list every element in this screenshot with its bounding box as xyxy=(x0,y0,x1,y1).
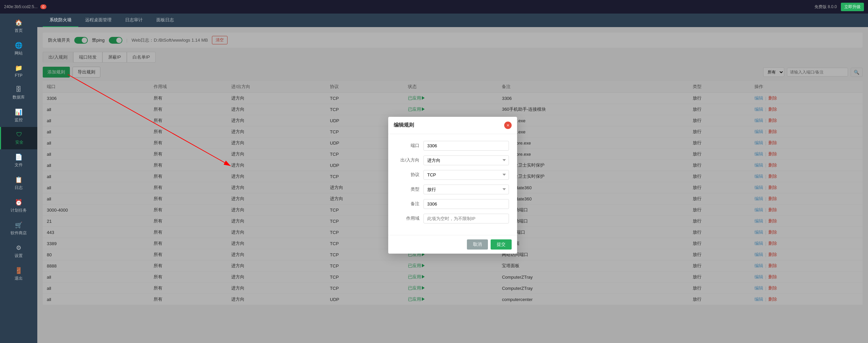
log-icon: 📋 xyxy=(15,176,22,184)
port-label: 端口 xyxy=(396,143,423,149)
protocol-select[interactable]: TCP UDP TCP/UDP xyxy=(423,170,509,180)
top-bar: 240e:3b5:ccd2:5... 0 免费版 8.0.0 立即升级 xyxy=(0,0,868,14)
tab-audit[interactable]: 日志审计 xyxy=(118,14,150,27)
modal-header: 编辑规则 × xyxy=(388,117,517,134)
top-bar-left: 240e:3b5:ccd2:5... 0 xyxy=(4,4,46,9)
version-label: 免费版 8.0.0 xyxy=(814,4,837,10)
database-icon: 🗄 xyxy=(16,86,22,93)
modal-title: 编辑规则 xyxy=(394,122,414,128)
sidebar-item-monitor[interactable]: 📊 监控 xyxy=(0,104,37,127)
content-area: 系统防火墙 远程桌面管理 日志审计 面板日志 防火墙开关 禁ping | xyxy=(37,14,868,343)
sidebar-label-ftp: FTP xyxy=(15,73,23,78)
app-container: 240e:3b5:ccd2:5... 0 免费版 8.0.0 立即升级 🏠 首页… xyxy=(0,0,868,343)
scope-label: 作用域 xyxy=(396,215,423,221)
sidebar-label-logout: 退出 xyxy=(15,276,23,281)
sidebar-item-crontask[interactable]: ⏰ 计划任务 xyxy=(0,195,37,217)
form-row-remark: 备注 xyxy=(396,199,509,209)
cancel-button[interactable]: 取消 xyxy=(467,239,488,250)
sidebar-item-website[interactable]: 🌐 网站 xyxy=(0,38,37,60)
sidebar-label-security: 安全 xyxy=(15,140,23,145)
direction-label: 出/入方向 xyxy=(396,157,423,163)
home-icon: 🏠 xyxy=(15,19,22,26)
scope-input[interactable] xyxy=(423,214,509,223)
svg-line-1 xyxy=(68,74,231,166)
remark-input[interactable] xyxy=(423,199,509,209)
ftp-icon: 📁 xyxy=(15,64,22,72)
security-icon: 🛡 xyxy=(16,131,22,138)
server-title: 240e:3b5:ccd2:5... xyxy=(4,4,38,9)
website-icon: 🌐 xyxy=(15,42,22,49)
tab-firewall[interactable]: 系统防火墙 xyxy=(43,14,78,27)
sidebar-item-security[interactable]: 🛡 安全 xyxy=(0,127,37,149)
sidebar-label-home: 首页 xyxy=(15,28,23,34)
modal-footer: 取消 提交 xyxy=(388,235,517,254)
form-row-scope: 作用域 xyxy=(396,214,509,223)
sidebar-item-logout[interactable]: 🚪 退出 xyxy=(0,263,37,285)
modal-body: 端口 出/入方向 进方向 出方向 协议 xyxy=(388,134,517,235)
sidebar-item-home[interactable]: 🏠 首页 xyxy=(0,15,37,38)
form-row-direction: 出/入方向 进方向 出方向 xyxy=(396,155,509,165)
modal-overlay: 编辑规则 × 端口 出/入方向 进方向 xyxy=(37,27,868,343)
sidebar-label-appstore: 软件商店 xyxy=(11,230,27,236)
upgrade-button[interactable]: 立即升级 xyxy=(841,3,864,11)
protocol-label: 协议 xyxy=(396,172,423,178)
edit-rule-modal: 编辑规则 × 端口 出/入方向 进方向 xyxy=(388,117,517,254)
sidebar-item-appstore[interactable]: 🛒 软件商店 xyxy=(0,217,37,240)
sidebar-item-database[interactable]: 🗄 数据库 xyxy=(0,82,37,104)
type-label: 类型 xyxy=(396,186,423,192)
form-row-port: 端口 xyxy=(396,141,509,151)
sidebar-item-settings[interactable]: ⚙ 设置 xyxy=(0,240,37,263)
appstore-icon: 🛒 xyxy=(15,221,22,229)
top-bar-right: 免费版 8.0.0 立即升级 xyxy=(814,3,864,11)
sidebar-label-monitor: 监控 xyxy=(15,117,23,123)
page-content: 防火墙开关 禁ping | Web日志：D:/BtSoft/wwwlogs 1.… xyxy=(37,27,868,343)
sidebar-label-database: 数据库 xyxy=(13,94,25,100)
sidebar-label-file: 文件 xyxy=(15,162,23,168)
direction-select[interactable]: 进方向 出方向 xyxy=(423,155,509,165)
sidebar-label-log: 日志 xyxy=(15,185,23,191)
form-row-protocol: 协议 TCP UDP TCP/UDP xyxy=(396,170,509,180)
type-select[interactable]: 放行 拒绝 xyxy=(423,185,509,194)
sidebar-label-website: 网站 xyxy=(15,50,23,56)
sidebar-item-log[interactable]: 📋 日志 xyxy=(0,172,37,195)
tab-remote[interactable]: 远程桌面管理 xyxy=(78,14,118,27)
main-layout: 🏠 首页 🌐 网站 📁 FTP 🗄 数据库 📊 监控 🛡 安全 xyxy=(0,14,868,343)
modal-close-button[interactable]: × xyxy=(504,122,512,129)
nav-tabs: 系统防火墙 远程桌面管理 日志审计 面板日志 xyxy=(37,14,868,27)
sidebar-item-ftp[interactable]: 📁 FTP xyxy=(0,60,37,82)
sidebar-label-settings: 设置 xyxy=(15,253,23,259)
remark-label: 备注 xyxy=(396,201,423,207)
submit-button[interactable]: 提交 xyxy=(491,239,512,250)
monitor-icon: 📊 xyxy=(15,108,22,116)
sidebar: 🏠 首页 🌐 网站 📁 FTP 🗄 数据库 📊 监控 🛡 安全 xyxy=(0,14,37,343)
notification-badge: 0 xyxy=(40,4,46,9)
logout-icon: 🚪 xyxy=(15,267,22,274)
settings-icon: ⚙ xyxy=(16,244,21,252)
crontask-icon: ⏰ xyxy=(15,199,22,206)
sidebar-label-crontask: 计划任务 xyxy=(11,208,27,213)
sidebar-item-file[interactable]: 📄 文件 xyxy=(0,149,37,172)
port-input[interactable] xyxy=(423,141,509,151)
form-row-type: 类型 放行 拒绝 xyxy=(396,185,509,194)
tab-panel-log[interactable]: 面板日志 xyxy=(150,14,181,27)
file-icon: 📄 xyxy=(15,153,22,161)
